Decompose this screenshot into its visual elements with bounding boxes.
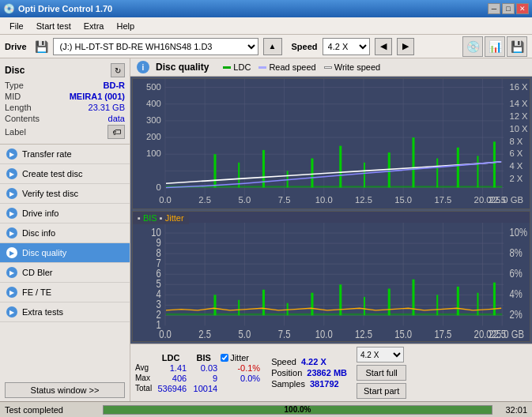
status-window-button[interactable]: Status window >> [5, 382, 125, 398]
drive-select[interactable]: (J:) HL-DT-ST BD-RE WH16NS48 1.D3 [53, 38, 258, 55]
svg-text:2 X: 2 X [509, 174, 523, 183]
svg-rect-43 [166, 186, 502, 187]
sidebar-item-transfer-rate[interactable]: ▶ Transfer rate [0, 145, 130, 164]
svg-rect-104 [213, 295, 216, 315]
verify-test-disc-icon: ▶ [6, 188, 17, 199]
sidebar-item-drive-info[interactable]: ▶ Drive info [0, 204, 130, 224]
menu-start-test[interactable]: Start test [30, 20, 77, 32]
svg-text:15.0: 15.0 [394, 328, 412, 341]
chart2: ▪ BIS ▪ Jitter [132, 211, 530, 342]
disc-panel: Disc ↻ Type BD-R MID MEIRA1 (001) Length… [0, 58, 130, 145]
svg-text:5.0: 5.0 [239, 194, 251, 204]
sidebar-label-transfer-rate: Transfer rate [22, 149, 72, 159]
svg-text:10%: 10% [509, 226, 527, 239]
sidebar-item-fe-te[interactable]: ▶ FE / TE [0, 283, 130, 302]
toolbar-save-button[interactable]: 💾 [507, 36, 527, 57]
create-test-disc-icon: ▶ [6, 168, 17, 179]
disc-quality-header: i Disc quality LDC Read speed Write spee… [130, 58, 532, 77]
sidebar-label-create-test-disc: Create test disc [22, 169, 82, 178]
svg-rect-111 [388, 288, 391, 315]
bis-max: 9 [190, 374, 217, 383]
mid-label: MID [5, 92, 21, 101]
maximize-button[interactable]: □ [502, 3, 515, 14]
sidebar-label-cd-bler: CD Bler [22, 268, 53, 277]
svg-rect-105 [238, 300, 240, 316]
content-area: i Disc quality LDC Read speed Write spee… [130, 58, 532, 401]
svg-text:0.0: 0.0 [159, 328, 172, 341]
drive-icon: 💾 [35, 40, 48, 53]
legend-read-speed: Read speed [258, 62, 315, 72]
svg-text:15.0: 15.0 [394, 194, 412, 204]
stats-bar: LDC BIS Jitter Avg 1.41 0.03 -0.1% Max 4… [130, 344, 532, 401]
charts-container: 500 400 300 200 100 0 16 X 14 X 12 X 10 … [130, 77, 532, 344]
status-text: Test completed [5, 405, 100, 415]
samples-label: Samples [271, 379, 305, 389]
toolbar-disc-button[interactable]: 💿 [462, 36, 483, 57]
svg-rect-114 [457, 287, 459, 316]
sidebar-menu: ▶ Transfer rate ▶ Create test disc ▶ Ver… [0, 145, 130, 379]
disc-quality-icon: ▶ [6, 247, 17, 258]
sidebar-item-disc-info[interactable]: ▶ Disc info [0, 224, 130, 243]
sidebar-item-cd-bler[interactable]: ▶ CD Bler [0, 263, 130, 283]
svg-text:12.5: 12.5 [355, 328, 372, 341]
jitter-checkbox[interactable] [221, 354, 228, 362]
menu-extra[interactable]: Extra [77, 20, 111, 32]
disc-refresh-button[interactable]: ↻ [111, 63, 125, 77]
sidebar-label-verify-test-disc: Verify test disc [22, 189, 78, 198]
avg-label: Avg [135, 363, 152, 373]
svg-text:25.0 GB: 25.0 GB [491, 194, 524, 204]
jitter-avg: -0.1% [221, 363, 260, 373]
speed-left-button[interactable]: ◀ [375, 38, 392, 55]
svg-text:10.0: 10.0 [315, 328, 333, 341]
start-full-button[interactable]: Start full [357, 365, 406, 381]
menu-help[interactable]: Help [110, 20, 141, 32]
jitter-header: Jitter [230, 353, 249, 363]
svg-text:7.5: 7.5 [278, 328, 291, 341]
cd-bler-icon: ▶ [6, 267, 17, 278]
sidebar-item-extra-tests[interactable]: ▶ Extra tests [0, 302, 130, 322]
label-icon-button[interactable]: 🏷 [108, 125, 125, 139]
jitter-total [221, 384, 260, 393]
minimize-button[interactable]: ─ [488, 3, 500, 14]
speed-info: Speed 4.22 X Position 23862 MB Samples 3… [271, 357, 347, 389]
sidebar: Disc ↻ Type BD-R MID MEIRA1 (001) Length… [0, 58, 130, 401]
sidebar-label-disc-info: Disc info [22, 228, 55, 238]
svg-text:4 X: 4 X [509, 161, 523, 171]
window-controls: ─ □ ✕ [488, 3, 529, 14]
sidebar-item-create-test-disc[interactable]: ▶ Create test disc [0, 164, 130, 184]
speed-select[interactable]: 4.2 X [323, 38, 370, 55]
position-val: 23862 MB [307, 368, 347, 378]
sidebar-item-disc-quality[interactable]: ▶ Disc quality [0, 243, 130, 263]
svg-text:12 X: 12 X [509, 111, 528, 121]
svg-rect-50 [364, 163, 365, 188]
bis-total: 10014 [190, 384, 217, 393]
speed-select-stats[interactable]: 4.2 X [357, 347, 404, 363]
svg-text:0: 0 [157, 182, 161, 192]
length-label: Length [5, 103, 32, 112]
svg-rect-113 [436, 295, 438, 315]
speed-right-button[interactable]: ▶ [397, 38, 414, 55]
chart2-legend-label: ▪ BIS ▪ Jitter [138, 213, 184, 223]
svg-text:2.5: 2.5 [198, 194, 211, 204]
bis-header: BIS [190, 353, 217, 363]
eject-button[interactable]: ▲ [263, 38, 282, 55]
start-part-button[interactable]: Start part [357, 383, 406, 399]
svg-rect-54 [457, 148, 459, 188]
svg-text:14 X: 14 X [509, 99, 528, 108]
ldc-header: LDC [155, 353, 187, 363]
jitter-max: 0.0% [221, 374, 260, 383]
extra-tests-icon: ▶ [6, 306, 17, 317]
svg-text:8 X: 8 X [509, 136, 523, 145]
max-label: Max [135, 374, 152, 383]
svg-text:16 X: 16 X [509, 82, 528, 92]
legend-ldc-label: LDC [233, 62, 251, 72]
menu-file[interactable]: File [3, 20, 30, 32]
legend-ldc-color [223, 66, 231, 69]
ldc-avg: 1.41 [155, 363, 187, 373]
samples-val: 381792 [310, 379, 339, 389]
speed-info-val: 4.22 X [301, 357, 326, 366]
close-button[interactable]: ✕ [516, 3, 529, 14]
toolbar-chart-button[interactable]: 📊 [485, 36, 505, 57]
sidebar-item-verify-test-disc[interactable]: ▶ Verify test disc [0, 184, 130, 204]
svg-rect-110 [364, 297, 365, 315]
